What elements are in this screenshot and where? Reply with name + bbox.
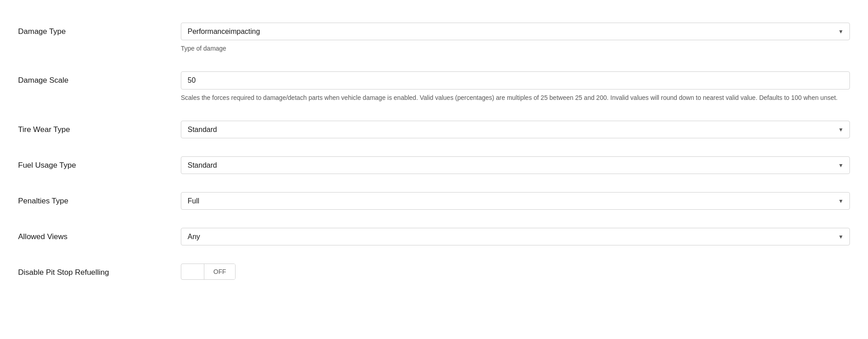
damage-type-select-wrapper: Performanceimpacting Off Visual only Ful… (181, 23, 850, 40)
tire-wear-type-control: Standard Off Accelerated ▼ (181, 121, 850, 138)
fuel-usage-type-control: Standard Off Accelerated ▼ (181, 156, 850, 174)
penalties-type-label: Penalties Type (18, 192, 181, 206)
settings-form: Damage Type Performanceimpacting Off Vis… (18, 14, 850, 289)
penalties-type-row: Penalties Type Full Off Corner cutting o… (18, 183, 850, 219)
penalties-type-select[interactable]: Full Off Corner cutting only Slow down w… (181, 192, 850, 210)
damage-scale-hint: Scales the forces required to damage/det… (181, 93, 850, 103)
toggle-empty-section (181, 268, 204, 276)
allowed-views-label: Allowed Views (18, 228, 181, 241)
fuel-usage-type-select-wrapper: Standard Off Accelerated ▼ (181, 156, 850, 174)
tire-wear-type-row: Tire Wear Type Standard Off Accelerated … (18, 112, 850, 147)
damage-scale-input[interactable] (181, 71, 850, 89)
allowed-views-select-wrapper: Any Cockpit Head Monitor Bumper Bonnet ▼ (181, 228, 850, 245)
allowed-views-select[interactable]: Any Cockpit Head Monitor Bumper Bonnet (181, 228, 850, 245)
tire-wear-type-select[interactable]: Standard Off Accelerated (181, 121, 850, 138)
damage-type-row: Damage Type Performanceimpacting Off Vis… (18, 14, 850, 62)
damage-scale-row: Damage Scale Scales the forces required … (18, 62, 850, 112)
disable-pit-stop-refuelling-toggle[interactable]: OFF (181, 264, 236, 280)
penalties-type-control: Full Off Corner cutting only Slow down w… (181, 192, 850, 210)
disable-pit-stop-refuelling-control: OFF (181, 264, 850, 280)
tire-wear-type-select-wrapper: Standard Off Accelerated ▼ (181, 121, 850, 138)
damage-type-label: Damage Type (18, 23, 181, 36)
penalties-type-select-wrapper: Full Off Corner cutting only Slow down w… (181, 192, 850, 210)
tire-wear-type-label: Tire Wear Type (18, 121, 181, 134)
damage-type-select[interactable]: Performanceimpacting Off Visual only Ful… (181, 23, 850, 40)
damage-type-control: Performanceimpacting Off Visual only Ful… (181, 23, 850, 53)
damage-scale-control: Scales the forces required to damage/det… (181, 71, 850, 103)
disable-pit-stop-refuelling-label: Disable Pit Stop Refuelling (18, 264, 181, 277)
damage-type-hint: Type of damage (181, 44, 850, 53)
disable-pit-stop-refuelling-row: Disable Pit Stop Refuelling OFF (18, 254, 850, 289)
allowed-views-control: Any Cockpit Head Monitor Bumper Bonnet ▼ (181, 228, 850, 245)
fuel-usage-type-select[interactable]: Standard Off Accelerated (181, 156, 850, 174)
fuel-usage-type-label: Fuel Usage Type (18, 156, 181, 170)
damage-scale-label: Damage Scale (18, 71, 181, 85)
allowed-views-row: Allowed Views Any Cockpit Head Monitor B… (18, 219, 850, 254)
fuel-usage-type-row: Fuel Usage Type Standard Off Accelerated… (18, 147, 850, 183)
toggle-off-label: OFF (204, 264, 235, 279)
